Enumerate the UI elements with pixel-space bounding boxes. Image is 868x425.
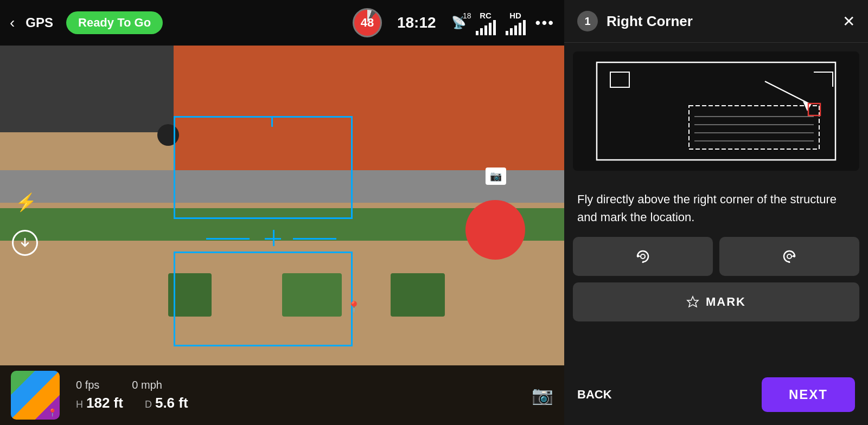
camera-view: ‹ GPS Ready To Go 48 18:12 📡 18 RC — [0, 0, 564, 425]
h-value: 182 ft — [86, 395, 123, 411]
panel-header: 1 Right Corner ✕ — [564, 0, 868, 43]
camera-shutter-button[interactable]: 📷 — [532, 385, 553, 405]
d-label: D — [145, 399, 152, 410]
hd-bar3 — [514, 25, 517, 35]
hd-bar1 — [506, 31, 508, 35]
dash-left — [206, 238, 250, 240]
svg-rect-1 — [610, 72, 629, 87]
d-value: 5.6 ft — [155, 395, 188, 411]
mph-value: 0 mph — [132, 379, 162, 391]
satellite-icon: 📡 18 — [451, 16, 466, 30]
top-handle-v — [271, 116, 273, 127]
top-bar: ‹ GPS Ready To Go 48 18:12 📡 18 RC — [0, 0, 564, 46]
rc-signal-bars — [476, 20, 496, 35]
selection-rect-2 — [174, 252, 353, 346]
bar4 — [489, 23, 492, 35]
close-button[interactable]: ✕ — [843, 12, 855, 30]
mark-icon — [686, 295, 699, 308]
rotate-left-button[interactable] — [573, 237, 713, 276]
bar3 — [484, 25, 487, 35]
diagram-svg — [573, 51, 859, 171]
svg-rect-2 — [689, 106, 819, 149]
camera-icon: 📷 — [486, 168, 506, 185]
crosshair-v — [273, 230, 275, 246]
status-icons: 📡 18 RC HD — [451, 11, 554, 35]
dash-right — [293, 238, 336, 240]
svg-line-3 — [765, 81, 811, 105]
bar5 — [493, 20, 496, 35]
map-pin: 📍 — [347, 300, 361, 313]
instruction-diagram — [573, 51, 859, 171]
hd-label: HD — [509, 11, 521, 20]
svg-point-11 — [787, 254, 792, 259]
battery-indicator: 48 — [353, 8, 382, 37]
mark-label: MARK — [706, 295, 746, 309]
top-handle-1 — [217, 116, 260, 118]
distance-stat: D 5.6 ft — [145, 395, 188, 411]
bar2 — [480, 28, 483, 35]
fps-mph-stats: 0 fps 0 mph H 182 ft D 5.6 ft — [76, 379, 188, 411]
red-dot — [465, 200, 525, 260]
mark-button[interactable]: MARK — [573, 282, 859, 321]
rc-label: RC — [480, 11, 492, 20]
hd-signal-group: HD — [506, 11, 526, 35]
dark-roof-area — [0, 46, 174, 132]
fps-value: 0 fps — [76, 379, 99, 391]
map-thumbnail[interactable]: 📍 — [11, 371, 60, 420]
hd-signal-bars — [506, 20, 526, 35]
panel-title: Right Corner — [607, 13, 834, 30]
rc-signal-group: RC — [476, 11, 496, 35]
back-button[interactable]: ‹ — [10, 14, 15, 31]
instruction-text: Fly directly above the right corner of t… — [564, 179, 868, 237]
svg-marker-12 — [687, 297, 698, 307]
back-nav-button[interactable]: BACK — [577, 388, 612, 402]
rotate-left-icon — [633, 247, 653, 266]
rotate-right-icon — [780, 247, 799, 266]
hd-bar2 — [510, 28, 513, 35]
rotate-right-button[interactable] — [719, 237, 859, 276]
bottom-nav: BACK NEXT — [564, 377, 868, 412]
bottom-bar: 📍 0 fps 0 mph H 182 ft D 5.6 ft — [0, 365, 564, 425]
lightning-icon[interactable]: ⚡ — [15, 192, 37, 212]
svg-rect-0 — [597, 62, 835, 160]
hd-bar4 — [519, 23, 521, 35]
battery-value: 48 — [361, 16, 374, 30]
height-stat: H 182 ft — [76, 395, 123, 411]
svg-point-10 — [641, 254, 645, 259]
step-badge: 1 — [577, 11, 598, 31]
next-button[interactable]: NEXT — [762, 377, 855, 412]
bar1 — [476, 31, 478, 35]
action-buttons-row — [564, 237, 868, 276]
time-display: 18:12 — [397, 14, 436, 31]
ready-badge: Ready To Go — [66, 11, 163, 34]
more-options-button[interactable]: ••• — [535, 14, 554, 31]
gps-label: GPS — [25, 15, 53, 30]
landing-icon[interactable] — [12, 230, 38, 256]
right-panel: 1 Right Corner ✕ — [564, 0, 868, 425]
hd-bar5 — [523, 20, 526, 35]
grass-patch-3 — [391, 273, 445, 317]
h-label: H — [76, 399, 83, 410]
satellite-count: 18 — [463, 11, 471, 20]
selection-rect-1 — [174, 116, 353, 219]
